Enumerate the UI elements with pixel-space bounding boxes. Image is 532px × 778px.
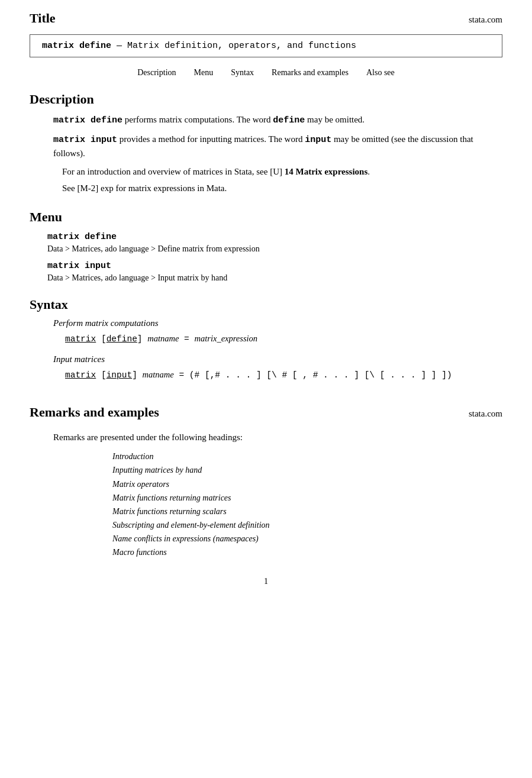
list-item: Matrix functions returning scalars: [112, 505, 502, 518]
title-em-dash: —: [111, 41, 127, 51]
nav-also-see[interactable]: Also see: [366, 68, 395, 78]
title-command: matrix define: [42, 41, 111, 51]
menu-subheading1: matrix define: [47, 232, 502, 242]
description-para1: matrix define performs matrix computatio…: [53, 113, 502, 128]
page: Title stata.com matrix define — Matrix d…: [0, 0, 532, 778]
list-item: Inputting matrices by hand: [112, 463, 502, 477]
remarks-header: Remarks and examples stata.com: [30, 390, 502, 426]
description-heading: Description: [30, 92, 502, 107]
header-stata-com: stata.com: [469, 15, 502, 25]
syntax-heading: Syntax: [30, 297, 502, 312]
nav-remarks[interactable]: Remarks and examples: [272, 68, 349, 78]
menu-path2: Data > Matrices, ado language > Input ma…: [47, 273, 502, 283]
syntax-line2: matrix [input] matname = (# [,# . . . ] …: [65, 368, 502, 382]
menu-heading: Menu: [30, 209, 502, 225]
list-item: Introduction: [112, 450, 502, 463]
syntax-italic2: Input matrices: [53, 354, 502, 364]
page-header: Title stata.com: [30, 11, 502, 26]
list-item: Subscripting and element-by-element defi…: [112, 518, 502, 532]
description-para4: See [M-2] exp for matrix expressions in …: [62, 182, 502, 195]
page-footer: 1: [30, 577, 502, 586]
nav-bar: Description Menu Syntax Remarks and exam…: [30, 68, 502, 78]
list-item: Macro functions: [112, 545, 502, 559]
syntax-line1: matrix [define] matname = matrix_express…: [65, 332, 502, 346]
remarks-intro: Remarks are presented under the followin…: [53, 431, 502, 444]
list-item: Matrix functions returning matrices: [112, 491, 502, 505]
description-para2: matrix input provides a method for input…: [53, 133, 502, 160]
remarks-heading: Remarks and examples: [30, 405, 159, 420]
list-item: Name conflicts in expressions (namespace…: [112, 532, 502, 545]
nav-syntax[interactable]: Syntax: [231, 68, 254, 78]
title-description: Matrix definition, operators, and functi…: [127, 41, 356, 51]
list-item: Matrix operators: [112, 477, 502, 491]
title-box: matrix define — Matrix definition, opera…: [30, 34, 502, 57]
nav-description[interactable]: Description: [137, 68, 176, 78]
syntax-italic1: Perform matrix computations: [53, 318, 502, 328]
page-title: Title: [30, 11, 56, 26]
menu-path1: Data > Matrices, ado language > Define m…: [47, 244, 502, 254]
menu-subheading2: matrix input: [47, 261, 502, 271]
nav-menu[interactable]: Menu: [194, 68, 214, 78]
page-number: 1: [264, 577, 268, 586]
remarks-stata-com: stata.com: [469, 409, 502, 419]
remarks-list: Introduction Inputting matrices by hand …: [112, 450, 502, 559]
description-para3: For an introduction and overview of matr…: [62, 165, 502, 179]
